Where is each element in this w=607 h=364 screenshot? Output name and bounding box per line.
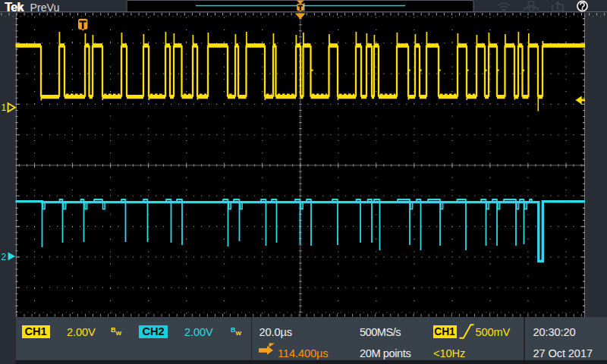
svg-text:2: 2 [2,252,7,262]
svg-text:1: 1 [2,102,7,113]
